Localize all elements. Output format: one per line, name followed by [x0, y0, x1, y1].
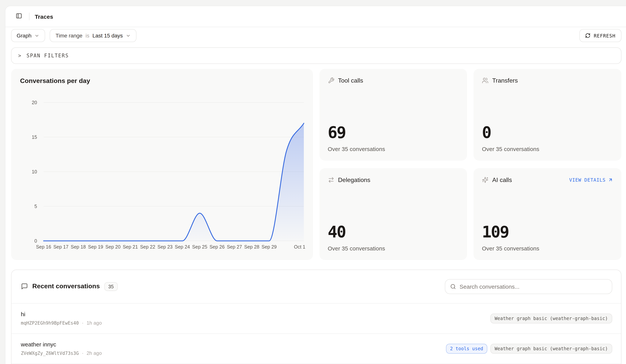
- sidebar-toggle-button[interactable]: [14, 11, 24, 21]
- conversation-time: 2h ago: [86, 350, 102, 356]
- time-range-value: Last 15 days: [92, 33, 123, 39]
- sparkles-icon: [482, 177, 488, 183]
- dot-separator: ·: [82, 350, 83, 356]
- conversations-chart-svg: 05101520Sep 16Sep 17Sep 18Sep 19Sep 20Se…: [11, 69, 313, 260]
- conversation-title: hi: [21, 311, 102, 317]
- stat-value: 0: [482, 124, 613, 141]
- topbar-divider: [29, 13, 29, 20]
- chevron-down-icon: [126, 33, 131, 38]
- search-box[interactable]: [445, 279, 612, 294]
- svg-text:Sep 17: Sep 17: [53, 244, 68, 249]
- stat-caption: Over 35 conversations: [328, 146, 459, 152]
- view-details-label: VIEW DETAILS: [569, 177, 606, 183]
- view-selector-label: Graph: [17, 33, 32, 39]
- conversation-count-badge: 35: [104, 282, 117, 291]
- panel-left-icon: [15, 12, 22, 20]
- agent-tag: Weather graph basic (weather-graph-basic…: [491, 344, 612, 354]
- tools-used-tag: 2 tools used: [446, 344, 487, 354]
- stats-grid: Tool calls 69 Over 35 conversations: [319, 69, 621, 260]
- stats-row-1: Tool calls 69 Over 35 conversations: [319, 69, 621, 161]
- search-input[interactable]: [460, 283, 607, 290]
- refresh-button[interactable]: REFRESH: [579, 29, 621, 42]
- delegations-card: Delegations 40 Over 35 conversations: [319, 168, 467, 260]
- top-bar: Traces: [5, 6, 626, 27]
- refresh-label: REFRESH: [594, 33, 616, 39]
- controls-row: Graph Time range is Last 15 days: [11, 29, 621, 42]
- conversation-title: weather innyc: [21, 341, 102, 348]
- conversation-id: ZVeWXgZy_Z6WltVd73s3G: [21, 350, 79, 356]
- page-title: Traces: [35, 13, 53, 20]
- search-icon: [450, 283, 456, 289]
- svg-text:Sep 21: Sep 21: [122, 244, 138, 249]
- stat-title: Delegations: [338, 176, 370, 183]
- stat-caption: Over 35 conversations: [482, 245, 613, 251]
- tool-calls-card: Tool calls 69 Over 35 conversations: [319, 69, 467, 161]
- wrench-icon: [328, 77, 334, 84]
- stat-value: 40: [328, 224, 459, 240]
- svg-text:Sep 26: Sep 26: [209, 244, 224, 249]
- span-filters-expander[interactable]: > SPAN FILTERS: [11, 47, 621, 64]
- stat-title: Tool calls: [338, 77, 363, 84]
- filter-controls: Graph Time range is Last 15 days: [11, 29, 136, 42]
- main-surface: Traces Graph Time range is Last 15 days: [5, 6, 626, 364]
- conversations-per-day-card: Conversations per day 05101520Sep 16Sep …: [11, 69, 313, 260]
- time-range-filter[interactable]: Time range is Last 15 days: [50, 29, 137, 42]
- svg-text:15: 15: [32, 134, 37, 140]
- svg-text:20: 20: [32, 100, 37, 105]
- conversation-time: 1h ago: [86, 320, 102, 326]
- view-details-link[interactable]: VIEW DETAILS: [569, 177, 613, 183]
- conversation-row[interactable]: hi mqHZP2EGh9h9BpFEwEs40 · 1h ago Weathe…: [11, 303, 621, 333]
- svg-text:Sep 27: Sep 27: [227, 244, 242, 249]
- metrics-cards-row: Conversations per day 05101520Sep 16Sep …: [11, 69, 621, 260]
- svg-text:Sep 23: Sep 23: [157, 244, 172, 249]
- arrow-up-right-icon: [608, 177, 613, 182]
- content-area: Graph Time range is Last 15 days: [5, 27, 626, 364]
- stat-title: Transfers: [492, 77, 518, 84]
- arrows-swap-icon: [328, 177, 334, 183]
- recent-conversations-header: Recent conversations 35: [11, 270, 621, 303]
- svg-text:0: 0: [34, 238, 37, 243]
- stat-value: 109: [482, 224, 613, 240]
- conversation-id: mqHZP2EGh9h9BpFEwEs40: [21, 320, 79, 325]
- chevron-down-icon: [35, 33, 39, 38]
- svg-text:Sep 22: Sep 22: [140, 244, 155, 249]
- view-selector-dropdown[interactable]: Graph: [11, 29, 45, 42]
- svg-text:Sep 29: Sep 29: [261, 244, 276, 249]
- stat-value: 69: [328, 124, 459, 141]
- svg-text:Sep 19: Sep 19: [88, 244, 103, 249]
- svg-text:Sep 16: Sep 16: [36, 244, 51, 249]
- refresh-icon: [585, 33, 590, 38]
- chevron-right-icon: >: [18, 53, 21, 58]
- svg-text:10: 10: [32, 169, 37, 174]
- svg-text:Oct 1: Oct 1: [294, 244, 305, 249]
- traces-page: Traces Graph Time range is Last 15 days: [0, 0, 626, 364]
- stat-caption: Over 35 conversations: [482, 146, 613, 152]
- svg-text:Sep 25: Sep 25: [192, 244, 207, 249]
- users-icon: [482, 77, 488, 84]
- message-square-icon: [21, 283, 28, 290]
- svg-text:Sep 18: Sep 18: [71, 244, 86, 249]
- time-range-operator: is: [85, 33, 89, 39]
- svg-text:Sep 24: Sep 24: [175, 244, 190, 249]
- stat-title: AI calls: [492, 176, 512, 183]
- svg-text:Sep 20: Sep 20: [105, 244, 120, 249]
- svg-text:5: 5: [34, 203, 37, 209]
- span-filters-label: SPAN FILTERS: [27, 53, 69, 58]
- agent-tag: Weather graph basic (weather-graph-basic…: [491, 313, 612, 323]
- transfers-card: Transfers 0 Over 35 conversations: [473, 69, 621, 161]
- conversation-row[interactable]: weather innyc ZVeWXgZy_Z6WltVd73s3G · 2h…: [11, 334, 621, 364]
- stat-caption: Over 35 conversations: [328, 245, 459, 251]
- stats-row-2: Delegations 40 Over 35 conversations: [319, 168, 621, 260]
- recent-conversations-section: Recent conversations 35 hi: [11, 269, 621, 364]
- time-range-field-label: Time range: [56, 33, 82, 39]
- ai-calls-card: AI calls VIEW DETAILS 109 Over: [473, 168, 621, 260]
- section-title: Recent conversations: [32, 283, 100, 290]
- svg-text:Sep 28: Sep 28: [244, 244, 259, 249]
- dot-separator: ·: [82, 320, 83, 326]
